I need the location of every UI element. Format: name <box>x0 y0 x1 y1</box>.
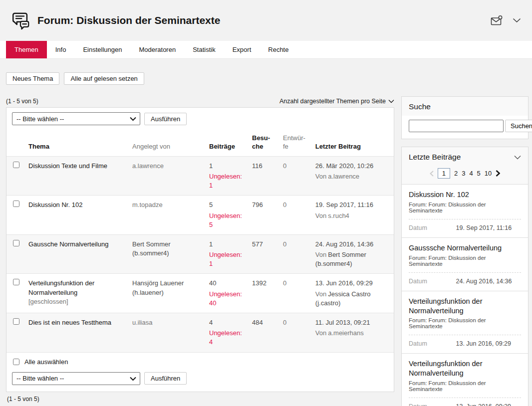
tab-einstellungen[interactable]: Einstellungen <box>74 41 130 58</box>
latest-post-title[interactable]: Verteilungsfunktion der Normalverteilung <box>409 297 521 316</box>
last-post-date: 19. Sep 2017, 11:16 <box>315 201 389 209</box>
pagination-prev-icon[interactable] <box>430 171 434 177</box>
latest-post-forum: Forum: Forum: Diskussion der Seminartext… <box>409 202 521 213</box>
table-row: Diskussion Texte und Filme a.lawrence 1 … <box>6 156 394 196</box>
search-input[interactable] <box>409 120 504 132</box>
topic-author: u.iliasa <box>132 319 152 326</box>
execute-button-bottom[interactable]: Ausführen <box>144 372 187 385</box>
pagination-page[interactable]: 4 <box>469 170 473 177</box>
post-count: 1 <box>209 240 242 249</box>
topic-title-link[interactable]: Diskussion Texte und Filme <box>28 162 107 170</box>
topic-status: [geschlossen] <box>28 297 122 306</box>
pagination-page[interactable]: 3 <box>462 170 465 177</box>
unread-count-link[interactable]: Ungelesen: 40 <box>209 290 242 308</box>
last-post-author: Vona.lawrence <box>315 172 389 181</box>
pagination-next-icon[interactable] <box>496 170 500 177</box>
row-checkbox[interactable] <box>13 240 19 246</box>
latest-post-forum: Forum: Forum: Diskussion der Seminartext… <box>409 255 521 267</box>
header-actions <box>491 15 524 26</box>
row-checkbox[interactable] <box>13 201 19 207</box>
per-page-selector[interactable]: Anzahl dargestellter Themen pro Seite <box>279 98 394 105</box>
select-all-checkbox[interactable] <box>13 359 19 365</box>
column-header-letzter-beitrag[interactable]: Letzter Beitrag <box>310 129 394 156</box>
tab-themen[interactable]: Themen <box>6 41 47 58</box>
last-post-date: 11. Jul 2013, 09:21 <box>315 318 389 327</box>
chevron-down-icon[interactable] <box>514 155 521 160</box>
column-header-entwuerfe: Entwür- fe <box>278 129 310 156</box>
post-count: 4 <box>209 318 242 327</box>
latest-posts-pagination: 1 2 3 4 5 10 <box>402 166 528 184</box>
topics-main-area: Neues Thema Alle auf gelesen setzen (1 -… <box>6 59 394 403</box>
unread-count-link[interactable]: Ungelesen: 4 <box>209 329 242 347</box>
latest-post-forum: Forum: Forum: Diskussion der Seminartext… <box>409 317 521 329</box>
right-sidebar: Suche Suchen Letzte Beiträge 1 2 3 <box>401 59 529 406</box>
topic-title-link[interactable]: Gaussche Normalverteilung <box>28 240 108 248</box>
bulk-action-select-top[interactable]: -- Bitte wählen -- <box>12 112 140 125</box>
unread-count-link[interactable]: Ungelesen: 5 <box>209 211 242 229</box>
table-row: Verteilungsfunktion der Normalverteilung… <box>6 274 394 313</box>
pagination-page[interactable]: 2 <box>454 170 458 177</box>
tab-info[interactable]: Info <box>47 41 75 58</box>
new-topic-button[interactable]: Neues Thema <box>6 72 59 85</box>
search-panel: Suche Suchen <box>401 96 529 139</box>
row-checkbox[interactable] <box>13 318 19 325</box>
topic-author: Hansjörg Lauener (h.lauener) <box>132 279 184 296</box>
tab-moderatoren[interactable]: Moderatoren <box>130 41 184 58</box>
search-panel-title: Suche <box>409 102 431 111</box>
date-label: Datum <box>409 278 456 285</box>
unread-count-link[interactable]: Ungelesen: 1 <box>209 250 242 268</box>
mail-notification-icon[interactable] <box>491 15 503 26</box>
latest-post-title[interactable]: Gausssche Normalverteilung <box>409 243 521 253</box>
mark-all-read-button[interactable]: Alle auf gelesen setzen <box>64 72 144 85</box>
row-checkbox[interactable] <box>13 162 19 168</box>
chevron-down-icon[interactable] <box>513 18 521 23</box>
draft-count: 0 <box>278 156 310 196</box>
last-post-author: VonBert Sommer (b.sommer4) <box>315 250 389 268</box>
row-checkbox[interactable] <box>13 279 19 285</box>
chevron-down-icon <box>388 99 394 103</box>
topic-title-link[interactable]: Dies ist ein neues Testthema <box>28 319 111 326</box>
latest-post-title[interactable]: Verteilungsfunktion der Normalverteilung <box>409 359 521 378</box>
latest-posts-title: Letzte Beiträge <box>409 153 461 162</box>
column-header-beitraege[interactable]: Beiträge <box>204 129 247 156</box>
pagination-page[interactable]: 5 <box>477 170 481 177</box>
date-value: 13. Jun 2016, 09:29 <box>456 403 512 406</box>
tab-statistik[interactable]: Statistik <box>184 41 224 58</box>
execute-button-top[interactable]: Ausführen <box>144 113 187 125</box>
tab-bar: Themen Info Einstellungen Moderatoren St… <box>0 41 532 59</box>
last-post-author: VonJessica Castro (j.castro) <box>315 290 389 308</box>
page-header: Forum: Diskussion der Seminartexte <box>0 0 532 41</box>
topic-author: a.lawrence <box>132 162 164 170</box>
latest-post-item: Verteilungsfunktion der Normalverteilung… <box>402 291 528 354</box>
last-post-date: 24. Aug 2016, 14:36 <box>315 240 389 249</box>
result-range-top: (1 - 5 von 5) <box>6 98 38 105</box>
unread-count-link[interactable]: Ungelesen: 1 <box>209 172 242 190</box>
last-post-date: 13. Jun 2016, 09:29 <box>315 279 389 288</box>
latest-posts-panel: Letzte Beiträge 1 2 3 4 5 10 <box>401 147 529 406</box>
table-row: Gaussche Normalverteilung Bert Sommer (b… <box>6 234 394 274</box>
pagination-page[interactable]: 10 <box>485 170 492 177</box>
result-range-bottom: (1 - 5 von 5) <box>7 396 394 403</box>
table-row: Dies ist ein neues Testthema u.iliasa 4 … <box>6 313 394 352</box>
draft-count: 0 <box>278 274 310 313</box>
topic-title-link[interactable]: Verteilungsfunktion der Normalverteilung <box>28 279 94 296</box>
bulk-action-select-bottom[interactable]: -- Bitte wählen -- <box>12 372 140 385</box>
topic-author: m.topadze <box>132 201 163 208</box>
draft-count: 0 <box>278 313 310 352</box>
select-all-label: Alle auswählen <box>24 358 68 366</box>
column-header-thema[interactable]: Thema <box>23 129 127 156</box>
search-button[interactable]: Suchen <box>505 120 532 132</box>
post-count: 40 <box>209 279 242 288</box>
latest-post-title[interactable]: Diskussion Nr. 102 <box>409 190 521 200</box>
pagination-page[interactable]: 1 <box>438 168 450 179</box>
last-post-author: Vona.meierhans <box>315 329 389 338</box>
tab-export[interactable]: Export <box>224 41 260 58</box>
latest-post-item: Diskussion Nr. 102 Forum: Forum: Diskuss… <box>402 184 528 237</box>
column-header-besuche[interactable]: Besu- che <box>247 129 278 156</box>
topic-title-link[interactable]: Diskussion Nr. 102 <box>28 201 82 208</box>
date-label: Datum <box>409 403 456 406</box>
tab-rechte[interactable]: Rechte <box>260 41 297 58</box>
visit-count: 484 <box>247 313 278 352</box>
date-value: 13. Jun 2016, 09:29 <box>456 340 512 347</box>
column-header-angelegt-von: Angelegt von <box>127 129 204 156</box>
